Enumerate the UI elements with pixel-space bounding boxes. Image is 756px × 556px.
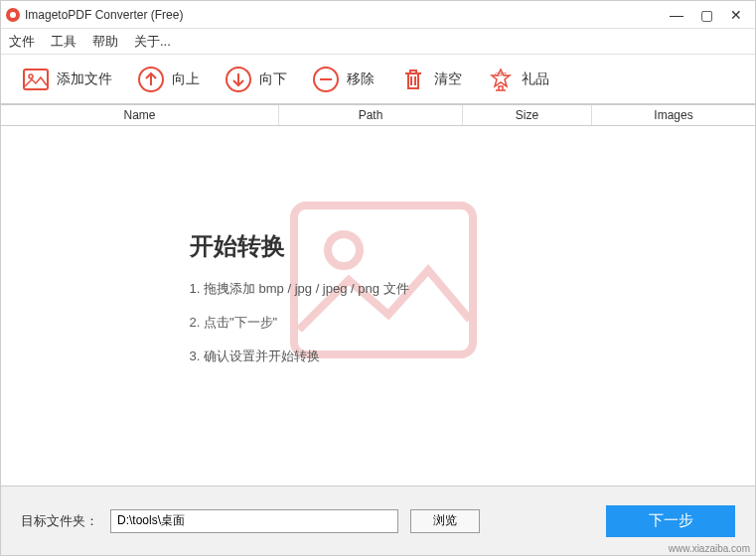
instruction-step-1: 1. 拖拽添加 bmp / jpg / jpeg / png 文件 — [190, 280, 567, 298]
clear-label: 清空 — [434, 70, 462, 88]
move-up-button[interactable]: 向上 — [128, 61, 208, 98]
menubar: 文件 工具 帮助 关于... — [1, 29, 755, 55]
svg-point-3 — [29, 74, 33, 78]
instruction-step-2: 2. 点击"下一步" — [190, 314, 567, 332]
next-button[interactable]: 下一步 — [606, 505, 735, 537]
trash-icon — [398, 65, 428, 94]
clear-button[interactable]: 清空 — [390, 61, 470, 98]
column-path[interactable]: Path — [279, 105, 463, 125]
column-size[interactable]: Size — [463, 105, 592, 125]
svg-point-1 — [10, 12, 16, 18]
column-images[interactable]: Images — [592, 105, 755, 125]
column-name[interactable]: Name — [1, 105, 279, 125]
instruction-step-3: 3. 确认设置并开始转换 — [190, 348, 567, 365]
gift-icon: GIFT — [486, 65, 516, 94]
watermark: www.xiazaiba.com — [669, 543, 750, 554]
move-down-button[interactable]: 向下 — [216, 61, 295, 98]
close-button[interactable]: ✕ — [721, 3, 751, 27]
add-file-label: 添加文件 — [57, 70, 112, 88]
footer: 目标文件夹： 浏览 下一步 www.xiazaiba.com — [1, 486, 755, 555]
toolbar: 添加文件 向上 向下 移除 清空 GIFT 礼品 — [1, 55, 755, 104]
menu-about[interactable]: 关于... — [134, 33, 171, 51]
move-down-label: 向下 — [259, 70, 287, 88]
table-header: Name Path Size Images — [1, 104, 755, 126]
arrow-up-icon — [136, 65, 166, 94]
window-controls: — ▢ ✕ — [662, 3, 751, 27]
add-file-button[interactable]: 添加文件 — [13, 61, 120, 98]
menu-file[interactable]: 文件 — [9, 33, 35, 51]
svg-rect-2 — [24, 70, 48, 89]
menu-tools[interactable]: 工具 — [51, 33, 76, 51]
instructions-title: 开始转换 — [190, 230, 567, 262]
move-up-label: 向上 — [172, 70, 200, 88]
menu-help[interactable]: 帮助 — [92, 33, 118, 51]
gift-label: 礼品 — [522, 70, 549, 88]
target-folder-label: 目标文件夹： — [21, 512, 98, 530]
target-path-input[interactable] — [110, 509, 398, 533]
titlebar: ImagetoPDF Converter (Free) — ▢ ✕ — [1, 1, 755, 29]
maximize-button[interactable]: ▢ — [691, 3, 721, 27]
gift-button[interactable]: GIFT 礼品 — [478, 61, 557, 98]
minimize-button[interactable]: — — [662, 3, 691, 27]
remove-label: 移除 — [347, 70, 375, 88]
content-dropzone[interactable]: 开始转换 1. 拖拽添加 bmp / jpg / jpeg / png 文件 2… — [1, 126, 755, 486]
arrow-down-icon — [224, 65, 253, 94]
minus-icon — [311, 65, 341, 94]
image-icon — [21, 65, 51, 94]
instructions: 开始转换 1. 拖拽添加 bmp / jpg / jpeg / png 文件 2… — [190, 230, 567, 381]
svg-text:GIFT: GIFT — [495, 71, 506, 77]
browse-button[interactable]: 浏览 — [410, 509, 480, 533]
remove-button[interactable]: 移除 — [303, 61, 382, 98]
window-title: ImagetoPDF Converter (Free) — [25, 8, 662, 22]
app-icon — [5, 7, 21, 23]
